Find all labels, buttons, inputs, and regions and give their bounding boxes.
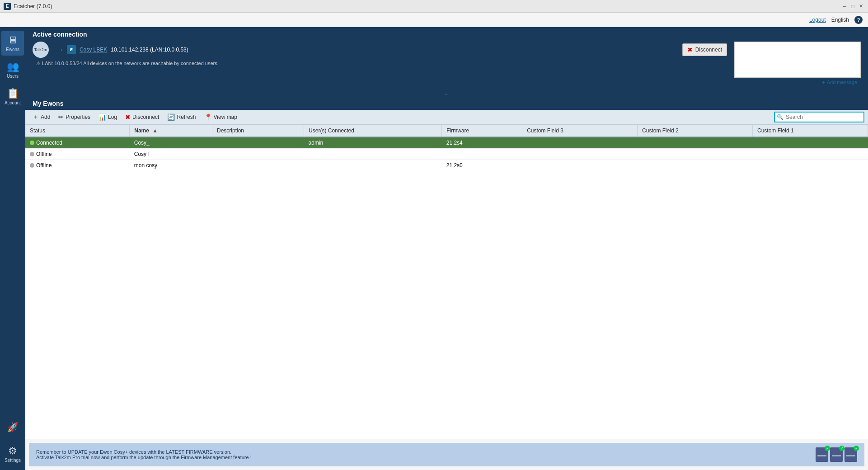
language-label: English — [831, 17, 849, 23]
users_connected-cell — [304, 149, 442, 160]
properties-icon: ✏ — [58, 113, 64, 121]
cf1-cell — [753, 160, 868, 171]
sidebar-account-label: Account — [5, 100, 21, 105]
title-bar: E Ecatcher (7.0.0) ─ □ ✕ — [0, 0, 868, 13]
message-area — [734, 42, 861, 78]
help-button[interactable]: ? — [854, 16, 863, 24]
app-icon: E — [4, 3, 11, 10]
rocket-icon[interactable]: 🚀 — [7, 422, 19, 432]
add-message-button[interactable]: + Add message — [818, 78, 861, 87]
add-button[interactable]: ＋ Add — [29, 112, 54, 122]
properties-button[interactable]: ✏ Properties — [55, 112, 94, 122]
my-ewons-panel: My Ewons ＋ Add ✏ Properties 📊 Log ✖ — [25, 97, 868, 470]
update-banner: Remember to UPDATE your Ewon Cosy+ devic… — [29, 443, 864, 466]
active-connection-title: Active connection — [33, 31, 861, 38]
status-dot — [30, 163, 34, 168]
settings-icon: ⚙ — [8, 445, 17, 457]
my-ewons-title: My Ewons — [25, 97, 868, 110]
col-description[interactable]: Description — [212, 125, 304, 137]
description-cell — [212, 149, 304, 160]
banner-image: ✓ ▬▬ ✓ ▬▬ ✓ ▬▬ — [816, 447, 857, 462]
sidebar-ewons-label: Ewons — [6, 47, 19, 52]
table-row[interactable]: ConnectedCosy_admin21.2s4 — [25, 137, 868, 149]
log-button[interactable]: 📊 Log — [95, 112, 121, 122]
device-ip: 10.101.142.238 (LAN:10.0.0.53) — [111, 47, 188, 53]
status-dot — [30, 141, 34, 145]
sidebar-item-users[interactable]: 👥 Users — [1, 57, 24, 82]
cf3-cell — [522, 160, 638, 171]
maximize-button[interactable]: □ — [849, 3, 856, 10]
connection-row: Talk2m ─→ E Cosy LBEK 10.101.142.238 (LA… — [33, 42, 727, 58]
top-bar: Logout English ? — [0, 13, 868, 27]
app-title: Ecatcher (7.0.0) — [14, 3, 52, 9]
device-graphic-1: ✓ ▬▬ — [816, 447, 828, 462]
active-connection-body: Talk2m ─→ E Cosy LBEK 10.101.142.238 (LA… — [33, 42, 861, 87]
close-button[interactable]: ✕ — [857, 3, 864, 10]
refresh-button[interactable]: 🔄 Refresh — [164, 112, 199, 122]
col-custom1[interactable]: Custom Field 1 — [753, 125, 868, 137]
search-container: 🔍 — [774, 112, 864, 122]
status-dot — [30, 152, 34, 156]
ewons-table-container: Status Name ▲ Description User(s) Connec… — [25, 125, 868, 439]
add-message-icon: + — [822, 80, 825, 85]
sidebar-users-label: Users — [7, 74, 19, 79]
message-area-container: + Add message — [727, 42, 861, 87]
sidebar-item-ewons[interactable]: 🖥 Ewons — [1, 31, 24, 56]
table-header-row: Status Name ▲ Description User(s) Connec… — [25, 125, 868, 137]
search-input[interactable] — [774, 112, 864, 122]
view-map-button[interactable]: 📍 View map — [201, 112, 241, 122]
table-row[interactable]: Offlinemon cosy21.2s0 — [25, 160, 868, 171]
device-name-link[interactable]: Cosy LBEK — [80, 47, 107, 53]
ewons-table: Status Name ▲ Description User(s) Connec… — [25, 125, 868, 171]
users_connected-cell — [304, 160, 442, 171]
lan-info: ⚠ LAN: 10.0.0.53/24 All devices on the n… — [36, 61, 727, 66]
sidebar-item-settings[interactable]: ⚙ Settings — [1, 442, 24, 466]
status-cell: Offline — [25, 160, 130, 171]
device-graphic-3: ✓ ▬▬ — [845, 447, 857, 462]
refresh-icon: 🔄 — [167, 113, 175, 121]
col-users[interactable]: User(s) Connected — [304, 125, 442, 137]
talk2m-circle: Talk2m — [33, 42, 49, 58]
sidebar-item-account[interactable]: 📋 Account — [1, 84, 24, 109]
description-cell — [212, 137, 304, 149]
refresh-label: Refresh — [177, 114, 196, 120]
sidebar-settings-label: Settings — [5, 458, 21, 463]
device-graphic-2: ✓ ▬▬ — [830, 447, 843, 462]
talk2m-label: Talk2m — [34, 47, 47, 52]
properties-label: Properties — [66, 114, 90, 120]
add-label: Add — [41, 114, 50, 120]
firmware-cell — [442, 149, 522, 160]
cf2-cell — [638, 160, 753, 171]
banner-text: Remember to UPDATE your Ewon Cosy+ devic… — [36, 449, 808, 460]
col-name[interactable]: Name ▲ — [130, 125, 212, 137]
logout-link[interactable]: Logout — [809, 17, 826, 23]
disconnect-label: Disconnect — [695, 47, 722, 53]
disconnect-button[interactable]: ✖ Disconnect — [682, 43, 727, 56]
banner-line1: Remember to UPDATE your Ewon Cosy+ devic… — [36, 449, 808, 455]
col-custom3[interactable]: Custom Field 3 — [522, 125, 638, 137]
content-area: Active connection Talk2m ─→ E Cosy LBEK … — [25, 27, 868, 470]
description-cell — [212, 160, 304, 171]
cf1-cell — [753, 149, 868, 160]
map-icon: 📍 — [204, 113, 212, 121]
check-icon-2: ✓ — [839, 446, 845, 451]
account-icon: 📋 — [7, 88, 19, 99]
toolbar: ＋ Add ✏ Properties 📊 Log ✖ Disconnect 🔄 — [25, 110, 868, 125]
cf3-cell — [522, 137, 638, 149]
search-icon: 🔍 — [777, 114, 784, 120]
sort-arrow-name: ▲ — [152, 127, 158, 134]
active-connection-panel: Active connection Talk2m ─→ E Cosy LBEK … — [25, 27, 868, 89]
add-icon: ＋ — [33, 113, 39, 121]
arrow-icon: ─→ — [52, 46, 63, 53]
col-firmware[interactable]: Firmware — [442, 125, 522, 137]
add-message-label: Add message — [827, 80, 857, 85]
check-icon-1: ✓ — [825, 446, 830, 451]
firmware-cell: 21.2s0 — [442, 160, 522, 171]
toolbar-disconnect-button[interactable]: ✖ Disconnect — [122, 112, 163, 122]
table-row[interactable]: OfflineCosyT — [25, 149, 868, 160]
minimize-button[interactable]: ─ — [841, 3, 848, 10]
window-controls[interactable]: ─ □ ✕ — [841, 3, 864, 10]
col-custom2[interactable]: Custom Field 2 — [638, 125, 753, 137]
col-status[interactable]: Status — [25, 125, 130, 137]
cf2-cell — [638, 137, 753, 149]
